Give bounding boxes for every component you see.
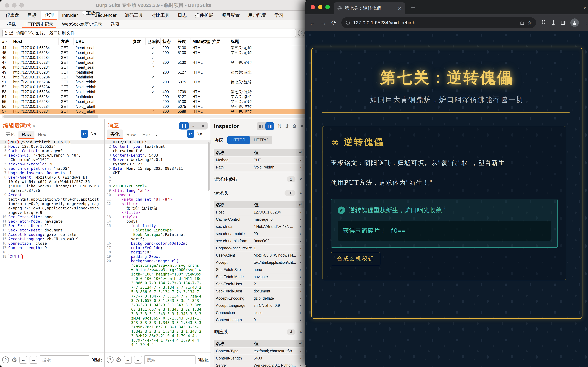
main-tab[interactable]: 重放器 xyxy=(82,11,90,15)
chevron-right-icon[interactable]: › xyxy=(296,303,304,308)
search-input[interactable] xyxy=(40,355,89,364)
extensions-puzzle-icon[interactable] xyxy=(541,20,546,25)
column-header[interactable]: #∧ xyxy=(0,38,11,45)
code-line[interactable]: 11Sec-Fetch-Mode: navigate xyxy=(0,219,104,224)
kv-row[interactable]: sec-ch-ua"-Not.A/Brand";v="8", ...› xyxy=(214,223,304,230)
column-header[interactable]: MIME类型 xyxy=(190,38,210,45)
main-tab[interactable]: 编码工具 xyxy=(121,11,147,20)
forward-button[interactable]: → xyxy=(320,19,327,26)
code-line[interactable]: 4Server: Werkzeug/2.0.1 xyxy=(105,158,210,162)
column-header[interactable]: 状态 xyxy=(161,38,176,45)
code-line[interactable]: 10.0; Win64; x64) AppleWebKit/537.36 xyxy=(0,180,104,184)
tab-search-chevron-icon[interactable]: ∨ xyxy=(583,5,586,10)
profile-avatar[interactable] xyxy=(570,18,579,27)
chevron-down-icon[interactable]: ∨ xyxy=(154,133,159,139)
main-tab[interactable]: 目标 xyxy=(23,11,41,20)
kv-row[interactable]: Sec-Fetch-Destdocument› xyxy=(214,287,304,295)
kv-row[interactable]: Connectionclose› xyxy=(214,309,304,316)
kv-row[interactable]: Sec-Fetch-Modenavigate› xyxy=(214,273,304,280)
table-row[interactable]: 47http://127.0.0.1:65234GET/heart_seal✓2… xyxy=(0,60,307,65)
collapse-all-icon[interactable]: ⇵ xyxy=(285,123,289,129)
chevron-right-icon[interactable]: › xyxy=(296,296,304,301)
kv-row[interactable]: Accepttext/html,application/xht...› xyxy=(214,259,304,266)
horizontal-scrollbar[interactable] xyxy=(2,115,305,118)
info-icon[interactable] xyxy=(346,20,350,25)
help-icon[interactable]: ? xyxy=(107,356,113,363)
code-line[interactable]: 4sec-ch-ua: "-Not.A/Brand";v="8", xyxy=(0,153,104,158)
code-line[interactable]: 5Date: Mon, 15 Sep 2025 09:37:11 xyxy=(105,166,210,171)
editor-tab[interactable]: Hex xyxy=(139,131,154,139)
kv-row[interactable]: ServerWerkzeug/2.0.1 Python...› xyxy=(214,362,304,367)
main-tab[interactable]: 对比工具 xyxy=(147,11,174,20)
main-tab[interactable]: Sequencer xyxy=(90,11,121,20)
gear-icon[interactable]: ⚙ xyxy=(11,357,17,363)
editor-tab[interactable]: 美化 xyxy=(2,130,18,139)
gear-icon[interactable]: ⚙ xyxy=(116,357,122,363)
code-line[interactable]: 15Accept-Language: zh-CN,zh;q=0.9 xyxy=(0,237,104,241)
browser-tab[interactable]: 第七关：逆转傀儡 ✕ xyxy=(334,2,405,14)
code-line[interactable]: 18 margin:0; xyxy=(105,250,210,254)
table-row[interactable]: 45http://127.0.0.1:65234GET/heart_seal✓2… xyxy=(0,50,307,55)
help-icon[interactable]: ? xyxy=(298,30,305,36)
code-line[interactable]: 8<!DOCTYPE html> xyxy=(105,184,210,188)
column-header[interactable]: 长度 xyxy=(176,38,190,45)
kv-row[interactable]: Sec-Fetch-Sitenone› xyxy=(214,266,304,273)
main-tab[interactable]: 用户配置 xyxy=(244,11,270,20)
chevron-right-icon[interactable]: › xyxy=(296,363,304,367)
sub-tab[interactable]: 选项 xyxy=(106,20,124,28)
code-line[interactable]: 8User-Agent: Mozilla/5.0 (Windows NT xyxy=(0,175,104,180)
kv-row[interactable]: Content-Length9› xyxy=(214,316,304,323)
show-newlines-icon[interactable]: \n xyxy=(197,132,202,136)
code-line[interactable]: 2Content-Type: text/html; xyxy=(105,144,210,149)
code-line[interactable]: 15 font-family: xyxy=(105,224,210,228)
kv-row[interactable]: User-AgentMozilla/5.0 (Windows N...› xyxy=(214,251,304,259)
code-line[interactable]: serif; xyxy=(105,237,210,241)
section-body-params[interactable]: 请求体参数 1 ∨ xyxy=(211,172,307,186)
code-line[interactable]: 1PUT /void_rebirth HTTP/1.1 xyxy=(0,140,104,144)
soft-wrap-icon[interactable]: ↵ xyxy=(81,130,88,138)
chevron-right-icon[interactable]: › xyxy=(296,275,304,279)
code-line[interactable]: 16Connection: close xyxy=(0,241,104,246)
code-line[interactable]: 6 xyxy=(105,175,210,180)
main-tab[interactable]: 插件扩展 xyxy=(191,11,217,20)
layout-columns-icon[interactable]: ❚❚ xyxy=(179,122,189,130)
code-line[interactable]: 10Sec-Fetch-Site: none xyxy=(0,215,104,219)
code-line[interactable]: 19新生! xyxy=(0,254,104,259)
code-line[interactable]: 6sec-ch-ua-platform: "macOS" xyxy=(0,166,104,171)
code-line[interactable]: </title> xyxy=(105,210,210,215)
url-text[interactable]: 127.0.0.1:65234/void_rebirth xyxy=(353,20,517,25)
chevron-down-icon[interactable]: ∨ xyxy=(33,124,35,128)
flask-extension-icon[interactable] xyxy=(551,20,556,25)
side-panel-icon[interactable] xyxy=(561,20,566,25)
bookmark-star-icon[interactable]: ☆ xyxy=(527,20,532,26)
code-line[interactable]: Safari/537.36 xyxy=(0,188,104,193)
code-line[interactable]: (KHTML, like Gecko) Chrome/102.0.5005.63 xyxy=(0,184,104,188)
table-row[interactable]: 52http://127.0.0.1:65234GET/void_rebirth… xyxy=(0,84,307,89)
sub-tab[interactable]: HTTP历史记录 xyxy=(20,20,58,28)
reload-button[interactable]: ⟳ xyxy=(331,19,337,26)
section-request-headers[interactable]: 请求头 16 ∧ xyxy=(211,186,307,200)
panel-right-icon[interactable]: ◨ xyxy=(265,122,274,130)
response-pretty-view[interactable]: 1HTTP/1.0 200 OK2Content-Type: text/html… xyxy=(105,139,210,352)
code-line[interactable]: 5sec-ch-ua-mobile: ?0 xyxy=(0,162,104,166)
address-bar[interactable]: 127.0.0.1:65234/void_rebirth ☆ xyxy=(341,17,536,28)
code-line[interactable]: GMT xyxy=(105,171,210,175)
table-row[interactable]: 57http://127.0.0.1:65234GET/void_rebirth… xyxy=(0,109,307,114)
main-tab[interactable]: Intruder xyxy=(58,11,82,20)
chevron-right-icon[interactable]: › xyxy=(296,260,304,265)
chevron-right-icon[interactable]: › xyxy=(296,158,304,162)
table-row[interactable]: 55http://127.0.0.1:65234GET/heart_seal20… xyxy=(0,99,307,104)
code-line[interactable]: 13Sec-Fetch-Dest: document xyxy=(0,228,104,233)
panel-left-icon[interactable]: ◧ xyxy=(257,122,265,130)
kv-row[interactable]: Host127.0.0.1:65234› xyxy=(214,209,304,216)
chevron-right-icon[interactable]: › xyxy=(296,310,304,315)
code-line[interactable]: 2Host: 127.0.0.1:65234 xyxy=(0,144,104,149)
chevron-right-icon[interactable]: › xyxy=(296,349,304,353)
code-line[interactable]: 18 xyxy=(0,250,104,254)
prev-match-button[interactable]: ← xyxy=(124,356,132,364)
table-row[interactable]: 54http://127.0.0.1:65234GET/pathfinder20… xyxy=(0,94,307,99)
column-header[interactable]: Host xyxy=(11,38,59,45)
layout-rows-icon[interactable]: ≡ xyxy=(189,122,198,130)
kv-row[interactable]: Sec-Fetch-User?1› xyxy=(214,280,304,287)
wrap-icon[interactable]: ↵ xyxy=(296,202,304,207)
